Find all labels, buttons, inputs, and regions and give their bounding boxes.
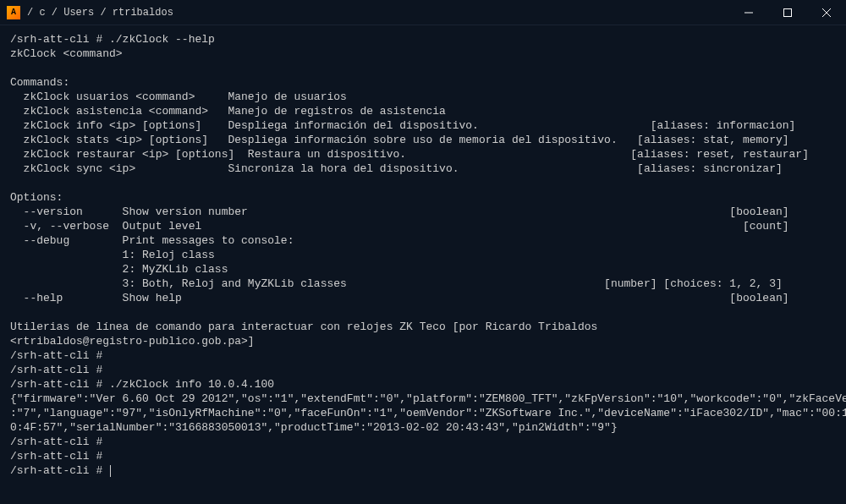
maximize-button[interactable]	[768, 0, 807, 25]
app-icon: A	[7, 6, 20, 19]
titlebar-left: A / c / Users / rtribaldos	[0, 6, 173, 19]
close-button[interactable]	[807, 0, 846, 25]
terminal-output[interactable]: /srh-att-cli # ./zkClock --help zkClock …	[0, 25, 846, 485]
window-titlebar: A / c / Users / rtribaldos	[0, 0, 846, 25]
window-controls	[729, 0, 846, 25]
minimize-button[interactable]	[729, 0, 768, 25]
svg-rect-1	[784, 8, 792, 16]
window-title: / c / Users / rtribaldos	[27, 7, 173, 19]
